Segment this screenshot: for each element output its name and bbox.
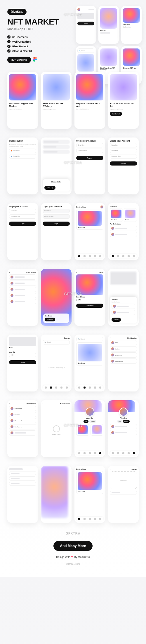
nft-price: ◆ 1.75: [76, 299, 81, 301]
back-icon[interactable]: ‹: [76, 271, 77, 273]
back-icon[interactable]: ‹: [9, 271, 10, 273]
activity-item: [110, 430, 137, 435]
more-button[interactable]: And Many More: [53, 541, 92, 551]
email-field[interactable]: Email Here: [43, 209, 70, 213]
notif-item[interactable]: ETH recieved: [9, 418, 36, 423]
notif-item[interactable]: ETH recieved: [110, 352, 137, 358]
seller-item[interactable]: [9, 299, 36, 304]
search-title: Search: [64, 337, 70, 339]
back-icon[interactable]: ‹: [110, 337, 110, 339]
notif-item[interactable]: [9, 430, 36, 436]
seller-item[interactable]: [9, 287, 36, 292]
notif-item[interactable]: New Space Art: [110, 358, 137, 364]
tab-info[interactable]: Info: [117, 420, 122, 423]
login-button[interactable]: Login: [43, 222, 70, 226]
detail-row: ‹Best sellers Sun-Glass Place a Bid ‹Det…: [7, 269, 139, 326]
upload-title: Upload: [131, 469, 137, 470]
nav-bar[interactable]: [110, 451, 137, 455]
profile-phone: Alex Ca. InfoActivity: [74, 400, 105, 457]
notif-item[interactable]: New Space Art: [9, 424, 36, 429]
create-title: Create your Account: [76, 140, 103, 142]
submit-button[interactable]: Submit: [112, 318, 121, 322]
collection-item[interactable]: [110, 226, 137, 231]
bid-title: Your Bid: [112, 299, 135, 300]
onboard-sub: Buy and sell digital items: [43, 108, 70, 110]
notif-item[interactable]: ETH recieved: [9, 406, 36, 411]
bid-sheet-phone: Your Bid How Are Options Submit: [108, 269, 139, 326]
heart-icon: ❤: [71, 556, 73, 558]
bid-option[interactable]: [112, 310, 135, 315]
register-button[interactable]: Register: [110, 161, 137, 166]
password-field[interactable]: Password Here: [110, 154, 137, 159]
bid-option[interactable]: [112, 304, 135, 309]
create-title: Create your Account: [110, 140, 137, 142]
form-field[interactable]: [9, 482, 36, 486]
notif-title: Notification: [127, 337, 137, 339]
check-icon: ✓: [7, 35, 11, 39]
upload-dropzone[interactable]: Add Asset: [110, 471, 137, 489]
collection-item[interactable]: [110, 232, 137, 237]
form-field[interactable]: [9, 476, 36, 481]
email-field[interactable]: Email Here: [110, 149, 137, 153]
notif-item[interactable]: Buskerey: [110, 346, 137, 351]
modal-title: Choose Wallet: [44, 181, 68, 183]
form-field[interactable]: [9, 471, 36, 475]
open-app-button[interactable]: Open App: [44, 186, 55, 190]
activity-item: [110, 424, 137, 429]
nav-bar[interactable]: [110, 254, 137, 258]
back-icon[interactable]: ‹: [110, 468, 110, 470]
password-field[interactable]: Password Here: [43, 214, 70, 219]
search-input[interactable]: 🔍 Search: [43, 340, 70, 344]
register-button[interactable]: Register: [76, 156, 103, 160]
wallet-option[interactable]: ◈Trust Wallet: [9, 154, 36, 159]
search-input[interactable]: 🔍 Search: [76, 337, 103, 341]
onboarding-row: Discover Largest NFT Market Buy and sell…: [7, 72, 139, 129]
wallet-sub: By connecting your wallet you agree to o…: [9, 144, 36, 147]
auth-row-2: Login your Account Email Here Password H…: [7, 203, 139, 260]
notif-item[interactable]: Buskerey: [9, 412, 36, 417]
nav-bar[interactable]: [76, 517, 103, 521]
sellers-list-phone: ‹Best sellers: [7, 269, 38, 326]
search-empty-phone: ‹Search 🔍 Search Discover Anything ?: [41, 335, 72, 391]
back-icon[interactable]: ‹: [43, 337, 43, 339]
name-field[interactable]: Name Here: [110, 143, 137, 147]
notif-empty-phone: ‹Notification No Records!: [41, 400, 72, 457]
tab-activity[interactable]: Activity: [123, 420, 130, 423]
get-started-button[interactable]: Get Started: [110, 112, 122, 116]
nav-bar[interactable]: [43, 385, 70, 390]
create-phone-2: Create your Account Name Here Email Here…: [108, 137, 139, 194]
profile-avatar: [119, 408, 128, 416]
place-bid-button[interactable]: Place a Bid: [76, 304, 103, 308]
back-icon[interactable]: ‹: [43, 403, 43, 405]
section-title: Best sellers: [76, 206, 86, 208]
top-collections-title: Top Collections: [110, 223, 137, 225]
submit-button[interactable]: Submit: [9, 360, 36, 364]
watermark: GFXTRA: [7, 532, 139, 535]
seller-item[interactable]: [9, 274, 36, 280]
nav-bar[interactable]: [76, 254, 103, 258]
password-field[interactable]: Password Here: [9, 214, 36, 219]
login-title: Login your Account: [43, 206, 70, 208]
seller-item[interactable]: [9, 281, 36, 286]
wallet-option[interactable]: 🦊Metamask: [9, 149, 36, 153]
nav-bar[interactable]: [76, 451, 103, 455]
tab-activity[interactable]: Activity: [89, 420, 96, 423]
password-field[interactable]: Password Here: [76, 149, 103, 153]
blur-preview-phone: [41, 466, 72, 523]
notif-item[interactable]: ETH recieved: [110, 340, 137, 345]
login-button[interactable]: Login: [9, 222, 36, 226]
nft-name: Sun-Glass: [78, 227, 102, 228]
email-field[interactable]: Email Here: [9, 209, 36, 213]
empty-state: Discover Anything ?: [43, 346, 70, 389]
nav-bar[interactable]: [76, 385, 103, 390]
bid-input[interactable]: 0.00: [9, 353, 36, 357]
place-bid-button[interactable]: Place a Bid: [45, 318, 55, 321]
seller-item[interactable]: [9, 293, 36, 298]
trending-phone: Trending Sun-Glass NuEvey Top Collection…: [108, 203, 139, 260]
form-field[interactable]: [110, 491, 137, 495]
email-field[interactable]: Email Here: [76, 143, 103, 147]
profile-name: Alex Ca.: [76, 417, 103, 419]
profile-name: Alex Co.: [110, 417, 137, 419]
back-icon[interactable]: ‹: [9, 403, 10, 405]
tab-info[interactable]: Info: [84, 420, 88, 423]
